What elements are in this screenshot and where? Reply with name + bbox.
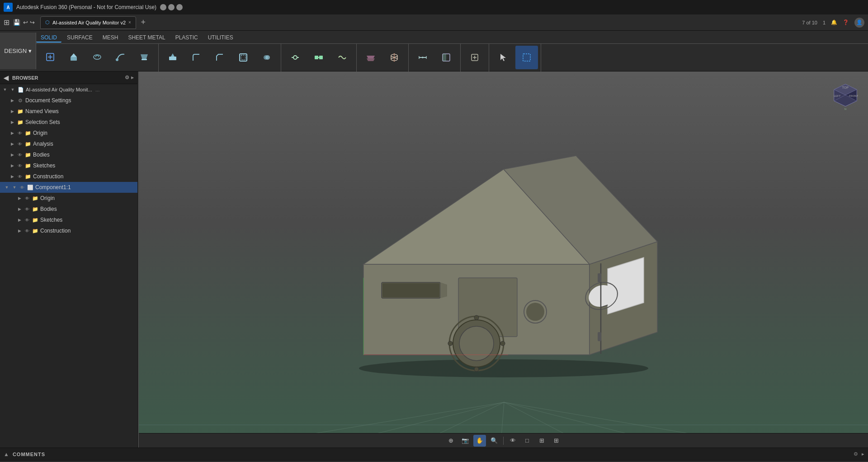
user-count[interactable]: 1 [823,20,826,25]
undo-icon[interactable]: ↩ [23,19,28,26]
new-tab-button[interactable]: + [138,17,149,28]
extrude-button[interactable] [62,46,85,69]
timeline-bar: ⏮ ⏪ ▶ ⏩ ⏭ [0,460,868,462]
svg-rect-38 [523,54,530,61]
close-button[interactable] [176,4,183,10]
tree-root[interactable]: 📄 AI-assisted Air Quality Monit... … [0,84,137,95]
analysis-visibility-icon[interactable]: 👁 [17,141,23,147]
comments-expand-icon[interactable]: ▸ [862,451,864,457]
axis-through-cyl-button[interactable] [383,46,406,69]
maximize-button[interactable] [168,4,175,10]
measure-button[interactable] [411,46,434,69]
comp-sketches-icon: 📁 [32,216,39,224]
combine-button[interactable] [255,46,278,69]
bodies-visibility-icon[interactable]: 👁 [17,152,23,158]
comp-bodies-visibility-icon[interactable]: 👁 [24,206,30,212]
tree-item-selection-sets[interactable]: 📁 Selection Sets [0,117,137,128]
new-body-button[interactable] [39,46,61,69]
active-tab[interactable]: ⬡ AI-assisted Air Quality Monitor v2 × [40,16,136,29]
tree-item-comp-bodies[interactable]: 👁 📁 Bodies [0,204,137,214]
tab-utilities[interactable]: UTILITIES [203,33,238,43]
collapse-browser-icon[interactable]: ◀ [4,74,9,81]
doc-settings-arrow [9,97,15,104]
joint-origin-button[interactable]: ⊕ [444,435,457,447]
construction-visibility-icon[interactable]: 👁 [17,173,23,180]
revolve-button[interactable] [86,46,108,69]
tab-solid[interactable]: SOLID [36,33,61,43]
svg-marker-22 [367,56,375,58]
3d-model[interactable] [327,133,680,386]
measure-icon [416,51,429,64]
notifications-icon[interactable]: 🔔 [831,19,837,25]
tree-item-comp-sketches[interactable]: 👁 📁 Sketches [0,214,137,225]
tab-close-button[interactable]: × [128,20,131,25]
rigid-group-icon [312,51,325,64]
browser-settings-icon[interactable]: ⚙ [125,75,129,81]
comp-origin-visibility-icon[interactable]: 👁 [24,195,30,201]
redo-icon[interactable]: ↪ [30,19,35,26]
display-mode-button[interactable]: □ [521,435,533,447]
browser-expand-icon[interactable]: ▸ [131,75,134,81]
rigid-group-button[interactable] [307,46,330,69]
tree-item-comp-construction[interactable]: 👁 📁 Construction [0,225,137,236]
tab-surface[interactable]: SURFACE [62,33,97,43]
chamfer-icon [213,51,226,64]
origin-visibility-icon[interactable]: 👁 [17,130,23,136]
comp-sketches-visibility-icon[interactable]: 👁 [24,217,30,223]
tree-item-component1[interactable]: 👁 ⬜ Component1:1 [0,182,137,193]
tree-item-sketches[interactable]: 👁 📁 Sketches [0,160,137,171]
pan-button[interactable]: ✋ [473,435,486,447]
shell-button[interactable] [232,46,255,69]
environment-button[interactable]: ⊞ [550,435,562,447]
tab-mesh[interactable]: MESH [98,33,123,43]
select-button[interactable] [492,46,514,69]
help-icon[interactable]: ❓ [843,19,849,25]
tree-item-named-views[interactable]: 📁 Named Views [0,106,137,117]
offset-plane-button[interactable] [359,46,382,69]
comments-settings-icon[interactable]: ⚙ [854,451,858,457]
svg-marker-37 [500,54,506,61]
tab-sheet-metal[interactable]: SHEET METAL [123,33,170,43]
3d-viewport[interactable]: TOP LEFT FRONT N ⊕ 📷 ✋ 🔍 👁 □ ⊞ ⊞ [139,71,868,448]
tree-item-origin[interactable]: 👁 📁 Origin [0,128,137,138]
view-button[interactable]: 👁 [506,435,519,447]
svg-point-67 [500,341,505,346]
selection-sets-arrow [9,119,15,125]
root-options-icon[interactable]: … [95,87,100,92]
component1-visibility-icon[interactable]: 👁 [19,184,25,191]
press-pull-button[interactable] [161,46,184,69]
sketches-visibility-icon[interactable]: 👁 [17,162,23,169]
tree-item-comp-origin[interactable]: 👁 📁 Origin [0,193,137,204]
sketches-arrow [9,162,15,169]
component1-arrow [4,184,10,191]
minimize-button[interactable] [160,4,166,10]
tree-item-bodies[interactable]: 👁 📁 Bodies [0,149,137,160]
tree-item-construction[interactable]: 👁 📁 Construction [0,171,137,182]
app-menu-icon[interactable]: ⊞ [4,18,9,27]
inspect-buttons [411,44,458,71]
insert-derive-button[interactable] [463,46,486,69]
tree-item-doc-settings[interactable]: ⚙ Document Settings [0,95,137,106]
fillet-button[interactable] [185,46,208,69]
zoom-button[interactable]: 🔍 [488,435,500,447]
collapse-comments-icon[interactable]: ▲ [4,451,9,457]
motion-link-button[interactable] [331,46,354,69]
loft-button[interactable] [133,46,156,69]
camera-button[interactable]: 📷 [459,435,472,447]
save-icon[interactable]: 💾 [13,19,20,26]
joint-button[interactable] [284,46,307,69]
user-avatar[interactable]: 👤 [854,18,864,28]
chamfer-button[interactable] [208,46,231,69]
sweep-button[interactable] [109,46,132,69]
viewcube[interactable]: TOP LEFT FRONT N [827,76,863,112]
grid-button[interactable]: ⊞ [535,435,548,447]
tab-label: AI-assisted Air Quality Monitor v2 [52,20,126,25]
section-analysis-button[interactable] [435,46,458,69]
window-select-button[interactable] [515,46,538,69]
version-count[interactable]: 7 of 10 [802,20,817,25]
tab-plastic[interactable]: PLASTIC [171,33,203,43]
comp-construction-visibility-icon[interactable]: 👁 [24,228,30,234]
insert-derive-icon [468,51,481,64]
design-mode-button[interactable]: DESIGN ▾ [0,33,36,69]
tree-item-analysis[interactable]: 👁 📁 Analysis [0,138,137,149]
